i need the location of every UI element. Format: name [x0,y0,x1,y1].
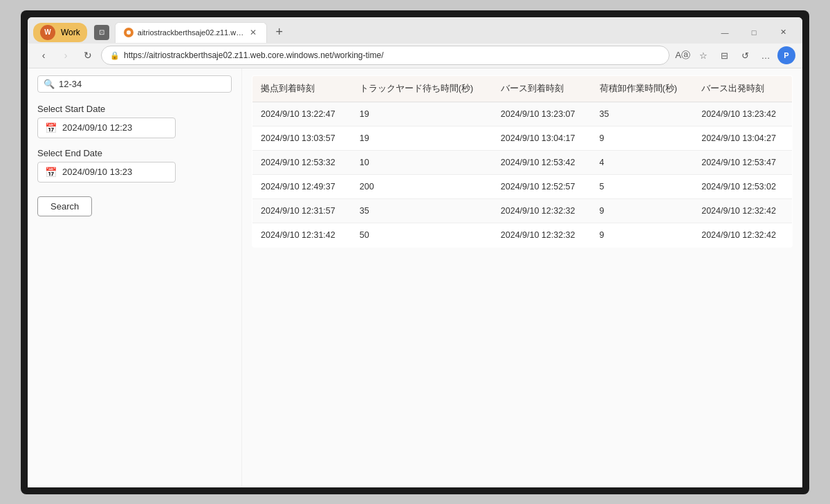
tab-group-icon[interactable]: ⊡ [94,25,109,40]
cell-work-time: 9 [591,198,694,223]
cell-yard-wait: 50 [351,223,492,247]
search-button[interactable]: Search [37,196,92,216]
header-row: 拠点到着時刻 トラックヤード待ち時間(秒) バース到着時刻 荷積卸作業時間(秒)… [252,75,793,102]
cell-arrival: 2024/9/10 12:53:32 [252,150,351,174]
tab-favicon [124,28,133,37]
table-area: 拠点到着時刻 トラックヤード待ち時間(秒) バース到着時刻 荷積卸作業時間(秒)… [242,68,802,254]
cell-yard-wait: 19 [351,102,492,126]
cell-arrival: 2024/9/10 12:49:37 [252,174,351,198]
nav-actions: Aⓐ ☆ ⊟ ↺ … P [674,46,795,64]
main-area: 拠点到着時刻 トラックヤード待ち時間(秒) バース到着時刻 荷積卸作業時間(秒)… [242,68,802,487]
active-tab[interactable]: aitriostrackberthsaje02.z11.web.c... ✕ [115,22,267,43]
work-avatar: W [40,25,55,40]
search-input-value: 12-34 [59,79,82,89]
window-controls: — □ ✕ [711,24,797,41]
cell-berth-arrival: 2024/9/10 12:53:42 [492,150,591,174]
page-content: 🔍 12-34 Select Start Date 📅 2024/09/10 1… [28,68,802,487]
cell-berth-arrival: 2024/9/10 12:32:32 [492,223,591,247]
sidebar: 🔍 12-34 Select Start Date 📅 2024/09/10 1… [28,68,242,487]
start-date-input[interactable]: 📅 2024/09/10 12:23 [37,118,176,138]
table-header: 拠点到着時刻 トラックヤード待ち時間(秒) バース到着時刻 荷積卸作業時間(秒)… [252,75,793,102]
end-date-input[interactable]: 📅 2024/09/10 13:23 [37,162,176,183]
end-date-value: 2024/09/10 13:23 [62,167,132,177]
cell-berth-departure: 2024/9/10 12:32:42 [693,198,792,223]
cell-yard-wait: 10 [351,150,492,174]
start-date-group: Select Start Date 📅 2024/09/10 12:23 [37,104,232,138]
calendar-icon-start: 📅 [45,122,57,133]
close-button[interactable]: ✕ [769,24,797,41]
col-arrival: 拠点到着時刻 [252,75,351,102]
table-row: 2024/9/10 12:53:32 10 2024/9/10 12:53:42… [252,150,793,174]
cell-arrival: 2024/9/10 12:31:57 [252,198,351,223]
calendar-icon-end: 📅 [45,167,57,178]
cell-berth-arrival: 2024/9/10 13:23:07 [492,102,591,126]
cell-berth-arrival: 2024/9/10 12:52:57 [492,174,591,198]
read-aloud-button[interactable]: Aⓐ [674,46,692,64]
cell-work-time: 5 [591,174,694,198]
cell-berth-departure: 2024/9/10 12:32:42 [693,223,792,247]
table-body: 2024/9/10 13:22:47 19 2024/9/10 13:23:07… [252,102,793,247]
cell-berth-departure: 2024/9/10 12:53:02 [693,174,792,198]
table-row: 2024/9/10 12:31:57 35 2024/9/10 12:32:32… [252,198,793,223]
table-row: 2024/9/10 13:03:57 19 2024/9/10 13:04:17… [252,126,793,150]
col-berth-arrival: バース到着時刻 [492,75,591,102]
cell-work-time: 9 [591,126,694,150]
minimize-button[interactable]: — [711,24,739,41]
url-text: https://aitriostrackberthsaje02.z11.web.… [124,50,384,60]
start-date-value: 2024/09/10 12:23 [62,122,132,133]
cell-berth-arrival: 2024/9/10 13:04:17 [492,126,591,150]
cell-work-time: 35 [591,102,694,126]
new-tab-button[interactable]: + [270,23,289,42]
cell-work-time: 4 [591,150,694,174]
forward-button[interactable]: › [57,46,75,64]
col-berth-departure: バース出発時刻 [693,75,792,102]
tab-bar: W Work ⊡ aitriostrackberthsaje02.z11.web… [28,17,802,44]
back-button[interactable]: ‹ [35,46,53,64]
restore-button[interactable]: □ [740,24,768,41]
work-tab-label: Work [61,28,80,37]
cell-berth-departure: 2024/9/10 13:23:42 [693,102,792,126]
more-button[interactable]: … [757,46,775,64]
tab-close-button[interactable]: ✕ [248,28,258,37]
address-bar[interactable]: 🔒 https://aitriostrackberthsaje02.z11.we… [101,46,670,65]
browser-window: W Work ⊡ aitriostrackberthsaje02.z11.web… [28,17,802,487]
cell-yard-wait: 200 [351,174,492,198]
monitor: W Work ⊡ aitriostrackberthsaje02.z11.web… [21,10,809,494]
cell-arrival: 2024/9/10 12:31:42 [252,223,351,247]
table-row: 2024/9/10 12:31:42 50 2024/9/10 12:32:32… [252,223,793,247]
col-work-time: 荷積卸作業時間(秒) [591,75,694,102]
favorites-button[interactable]: ☆ [694,46,712,64]
search-icon: 🔍 [44,79,55,89]
work-tab-pill[interactable]: W Work [33,23,87,42]
cell-arrival: 2024/9/10 13:03:57 [252,126,351,150]
cell-berth-arrival: 2024/9/10 12:32:32 [492,198,591,223]
data-table: 拠点到着時刻 トラックヤード待ち時間(秒) バース到着時刻 荷積卸作業時間(秒)… [252,75,793,248]
start-date-label: Select Start Date [37,104,232,114]
cell-berth-departure: 2024/9/10 12:53:47 [693,150,792,174]
table-row: 2024/9/10 13:22:47 19 2024/9/10 13:23:07… [252,102,793,126]
reload-button[interactable]: ↻ [79,46,97,64]
cell-yard-wait: 19 [351,126,492,150]
refresh-button[interactable]: ↺ [736,46,754,64]
col-yard-wait: トラックヤード待ち時間(秒) [351,75,492,102]
table-row: 2024/9/10 12:49:37 200 2024/9/10 12:52:5… [252,174,793,198]
lock-icon: 🔒 [110,51,120,60]
search-box[interactable]: 🔍 12-34 [37,75,232,93]
collections-button[interactable]: ⊟ [715,46,733,64]
end-date-group: Select End Date 📅 2024/09/10 13:23 [37,148,232,183]
cell-berth-departure: 2024/9/10 13:04:27 [693,126,792,150]
cell-arrival: 2024/9/10 13:22:47 [252,102,351,126]
cell-work-time: 9 [591,223,694,247]
cell-yard-wait: 35 [351,198,492,223]
end-date-label: Select End Date [37,148,232,158]
tab-label: aitriostrackberthsaje02.z11.web.c... [138,28,244,37]
nav-bar: ‹ › ↻ 🔒 https://aitriostrackberthsaje02.… [28,44,802,68]
profile-avatar[interactable]: P [777,46,795,64]
